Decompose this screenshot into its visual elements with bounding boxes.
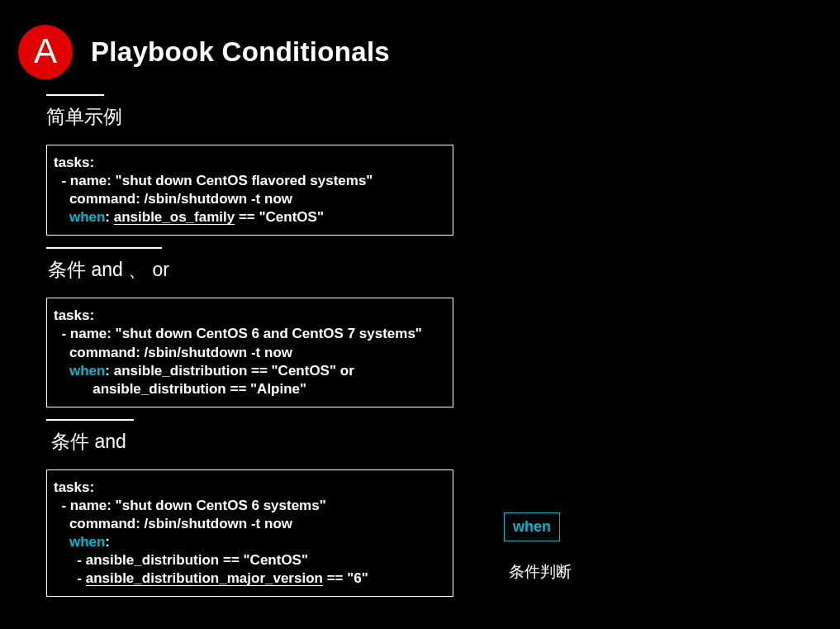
when-keyword: when [69, 534, 105, 550]
code-indent: - [54, 570, 86, 586]
code-line: tasks: [54, 155, 94, 170]
section-title-2: 条件 and 、 or [48, 257, 840, 283]
slide-content: 简单示例 tasks: - name: "shut down CentOS fl… [18, 94, 840, 597]
code-block-3: tasks: - name: "shut down CentOS 6 syste… [46, 469, 453, 598]
code-line: command: /sbin/shutdown -t now [54, 516, 292, 531]
code-underlined: ansible_os_family [114, 209, 235, 225]
when-keyword: when [69, 363, 105, 379]
code-text: : [105, 534, 110, 550]
code-line: - name: "shut down CentOS flavored syste… [54, 173, 373, 188]
code-line: tasks: [54, 307, 94, 323]
code-line: - ansible_distribution == "CentOS" [54, 552, 308, 568]
code-line: tasks: [54, 479, 94, 495]
code-indent [54, 363, 69, 379]
code-block-2: tasks: - name: "shut down CentOS 6 and C… [46, 298, 453, 407]
section-underline [46, 94, 104, 96]
code-text: == "6" [323, 570, 368, 586]
side-label: 条件判断 [509, 561, 572, 583]
section-underline [46, 247, 162, 249]
side-annotation: when 条件判断 [504, 512, 572, 583]
slide-header: A Playbook Conditionals [18, 25, 840, 79]
section-title-3: 条件 and [51, 429, 840, 455]
when-keyword: when [69, 209, 105, 225]
logo-letter: A [34, 34, 57, 69]
code-line: command: /sbin/shutdown -t now [54, 191, 292, 207]
code-text: : ansible_distribution == "CentOS" or [105, 363, 354, 379]
ansible-logo-icon: A [18, 25, 73, 79]
slide-title: Playbook Conditionals [91, 36, 390, 68]
code-underlined: ansible_distribution_major_version [86, 570, 323, 586]
code-block-1: tasks: - name: "shut down CentOS flavore… [46, 145, 453, 236]
code-text: == "CentOS" [235, 209, 324, 225]
slide: A Playbook Conditionals 简单示例 tasks: - na… [0, 0, 840, 629]
when-badge: when [504, 512, 560, 541]
code-indent [54, 534, 69, 550]
code-line: command: /sbin/shutdown -t now [54, 345, 292, 360]
section-title-1: 简单示例 [46, 104, 840, 130]
code-line: - name: "shut down CentOS 6 systems" [54, 498, 326, 513]
code-text: : [105, 209, 113, 225]
code-line: ansible_distribution == "Alpine" [54, 381, 306, 397]
section-underline [46, 419, 134, 421]
code-indent [54, 209, 69, 225]
code-line: - name: "shut down CentOS 6 and CentOS 7… [54, 326, 422, 341]
